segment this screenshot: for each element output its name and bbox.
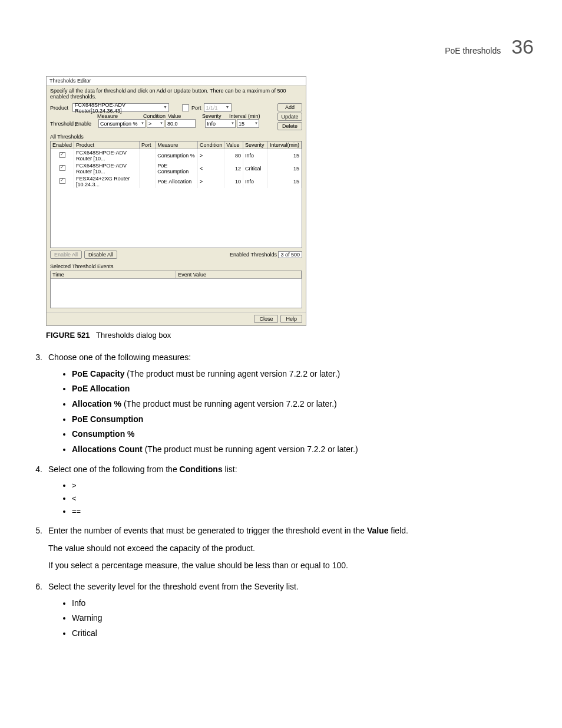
severity-label: Severity — [202, 113, 229, 119]
step-number: 3. — [32, 351, 42, 460]
step-number: 5. — [32, 525, 42, 577]
th-product[interactable]: Product — [74, 141, 140, 149]
th-time[interactable]: Time — [51, 271, 176, 279]
all-thresholds-label: All Thresholds — [47, 134, 306, 140]
figure-caption: FIGURE 521 Thresholds dialog box — [46, 331, 534, 340]
condition-select[interactable]: > — [147, 119, 164, 128]
threshold-row-label: Threshold — [50, 121, 72, 127]
list-item: Critical — [72, 627, 534, 640]
th-enabled[interactable]: Enabled — [51, 141, 74, 149]
row-checkbox[interactable] — [59, 178, 65, 184]
list-item: Allocations Count (The product must be r… — [72, 443, 534, 456]
measure-label: Measure — [97, 113, 143, 119]
figure-number: FIGURE 521 — [46, 331, 90, 340]
table-row[interactable]: FCX648SHPOE-ADV Router [10... Consumptio… — [51, 149, 302, 163]
header-topic: PoE thresholds — [445, 46, 501, 55]
th-port[interactable]: Port — [139, 141, 155, 149]
list-item: PoE Capacity (The product must be runnin… — [72, 368, 534, 381]
interval-label: Interval (min) — [229, 113, 262, 119]
condition-label: Condition — [143, 113, 168, 119]
enabled-thresholds-count: 3 of 500 — [278, 251, 302, 258]
delete-button[interactable]: Delete — [277, 122, 302, 130]
step6-lead: Select the severity level for the thresh… — [48, 582, 299, 591]
step5-p1: The value should not exceed the capacity… — [48, 542, 534, 555]
list-item: PoE Allocation — [72, 383, 534, 396]
th-event-value[interactable]: Event Value — [176, 271, 302, 279]
selected-events-label: Selected Threshold Events — [47, 261, 306, 271]
th-severity[interactable]: Severity — [243, 141, 268, 149]
port-checkbox[interactable] — [182, 104, 189, 111]
step5-p2: If you select a percentage measure, the … — [48, 559, 534, 572]
th-value[interactable]: Value — [224, 141, 243, 149]
page-header: PoE thresholds 36 — [28, 35, 534, 58]
dialog-title: Thresholds Editor — [47, 77, 306, 85]
table-row[interactable]: FCX648SHPOE-ADV Router [10... PoE Consum… — [51, 162, 302, 175]
measure-select[interactable]: Consumption % — [98, 119, 146, 128]
list-item: < — [72, 493, 534, 505]
step4-lead: Select one of the following from the Con… — [48, 465, 237, 474]
severity-select[interactable]: Info — [205, 119, 236, 128]
step-number: 4. — [32, 463, 42, 521]
table-row[interactable]: FESX424+2XG Router [10.24.3... PoE Alloc… — [51, 175, 302, 188]
list-item: Allocation % (The product must be runnin… — [72, 398, 534, 411]
chapter-number: 36 — [511, 35, 534, 58]
interval-select[interactable]: 15 — [237, 119, 259, 128]
port-label: Port — [191, 105, 201, 111]
list-item: == — [72, 506, 534, 518]
thresholds-dialog: Thresholds Editor Specify all the data f… — [46, 76, 306, 326]
figure-text: Thresholds dialog box — [96, 331, 171, 340]
port-select[interactable]: 1/1/1 — [204, 103, 232, 112]
row-checkbox[interactable] — [59, 152, 65, 158]
value-input[interactable]: 80.0 — [166, 119, 196, 128]
update-button[interactable]: Update — [277, 113, 302, 121]
help-button[interactable]: Help — [280, 315, 302, 323]
row-checkbox[interactable] — [59, 165, 65, 171]
close-button[interactable]: Close — [254, 315, 278, 323]
list-item: PoE Consumption — [72, 413, 534, 426]
th-interval[interactable]: Interval(min) — [267, 141, 301, 149]
enabled-thresholds-label: Enabled Thresholds — [230, 252, 277, 258]
events-table: Time Event Value — [50, 271, 302, 308]
enable-all-button[interactable]: Enable All — [50, 251, 82, 259]
list-item: Info — [72, 597, 534, 610]
th-condition[interactable]: Condition — [198, 141, 224, 149]
disable-all-button[interactable]: Disable All — [84, 251, 117, 259]
product-select[interactable]: FCX648SHPOE-ADV Router[10.24.36.43] — [72, 103, 169, 112]
product-label: Product — [50, 105, 70, 111]
thresholds-table: Enabled Product Port Measure Condition V… — [50, 141, 302, 248]
list-item: Consumption % — [72, 428, 534, 441]
step-number: 6. — [32, 581, 42, 644]
step5-lead: Enter the number of events that must be … — [48, 526, 408, 535]
dialog-hint: Specify all the data for threshold and c… — [47, 85, 306, 102]
th-measure[interactable]: Measure — [156, 141, 198, 149]
list-item: Warning — [72, 612, 534, 625]
list-item: > — [72, 480, 534, 492]
step3-lead: Choose one of the following measures: — [48, 353, 191, 362]
add-button[interactable]: Add — [277, 103, 302, 111]
value-label: Value — [168, 113, 202, 119]
